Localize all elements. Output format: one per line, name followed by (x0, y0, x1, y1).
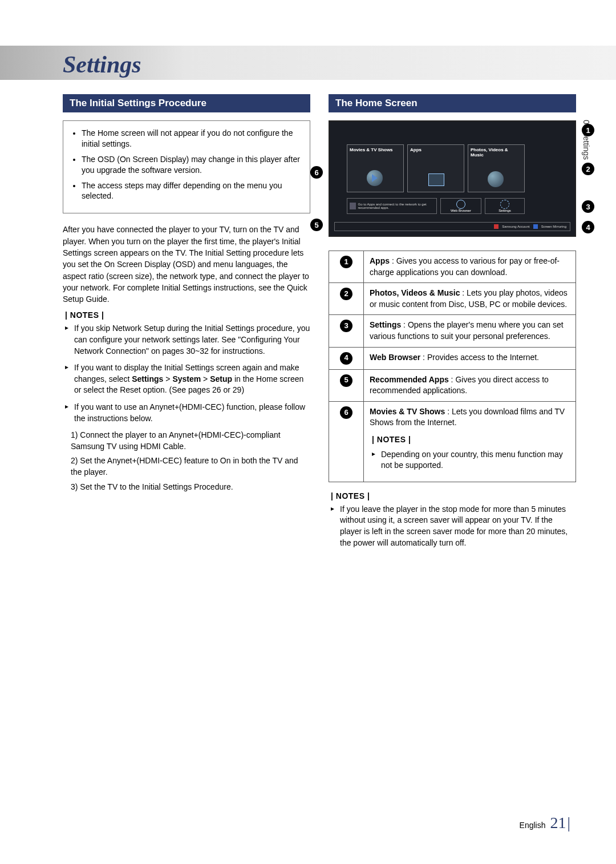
page-footer: English 21| (520, 814, 570, 832)
legend-desc: Recommended Apps : Gives you direct acce… (364, 369, 576, 401)
play-icon (367, 170, 383, 186)
home-bottom-bar: Samsung Account Screen Mirroring (334, 222, 570, 231)
legend-desc: Settings : Opens the player's menu where… (364, 315, 576, 347)
legend-desc: Photos, Videos & Music : Lets you play p… (364, 283, 576, 315)
note-item: If you want to display the Initial Setti… (74, 362, 310, 396)
body-paragraph: After you have connected the player to y… (63, 224, 310, 305)
red-btn-icon (494, 224, 499, 229)
legend-num: 6 (340, 406, 352, 419)
callout-2: 2 (582, 163, 594, 175)
letter-icon (350, 203, 356, 209)
gear-icon (500, 200, 509, 209)
apps-icon (428, 173, 444, 186)
legend-row: 6 Movies & TV Shows : Lets you download … (329, 401, 576, 482)
sub-step: 2) Set the Anynet+(HDMI-CEC) feature to … (71, 455, 310, 478)
section-home-screen: The Home Screen (329, 94, 576, 112)
tile-photos-videos-music: Photos, Videos & Music (468, 144, 525, 192)
note-item: If you skip Network Setup during the Ini… (74, 323, 310, 357)
legend-notes-header: | NOTES | (372, 434, 570, 446)
tile-web-browser: Web Browser (440, 198, 481, 214)
legend-row: 2 Photos, Videos & Music : Lets you play… (329, 283, 576, 315)
callout-3: 3 (582, 200, 594, 213)
bottom-note: If you leave the player in the stop mode… (340, 504, 576, 548)
legend-row: 5 Recommended Apps : Gives you direct ac… (329, 369, 576, 401)
sub-step: 1) Connect the player to an Anynet+(HDMI… (71, 430, 310, 452)
callout-4: 4 (582, 221, 594, 233)
globe-icon (456, 200, 465, 209)
footer-lang: English (520, 821, 546, 830)
notes-header: | NOTES | (65, 310, 310, 320)
disc-icon (488, 171, 504, 187)
legend-desc: Web Browser : Provides access to the Int… (364, 347, 576, 369)
blue-btn-icon (533, 224, 538, 229)
legend-num: 5 (340, 374, 352, 387)
tile-apps: Apps (407, 144, 464, 192)
legend-num: 4 (340, 352, 352, 365)
tile-recommended-apps: Go to Apps and connect to the network to… (347, 198, 437, 214)
note-item: If you want to use an Anynet+(HDMI-CEC) … (74, 402, 310, 424)
page-title: Settings (63, 49, 576, 78)
box-bullet: The OSD (On Screen Display) may change i… (82, 154, 302, 176)
box-bullet: The Home screen will not appear if you d… (82, 128, 302, 150)
right-column: The Home Screen Movies & TV Shows Apps P… (329, 94, 576, 554)
tile-movies-tv: Movies & TV Shows (347, 144, 404, 192)
info-box: The Home screen will not appear if you d… (63, 120, 310, 213)
legend-desc: Movies & TV Shows : Lets you download fi… (364, 401, 576, 482)
legend-row: 4 Web Browser : Provides access to the I… (329, 347, 576, 369)
box-bullet: The access steps may differ depending on… (82, 180, 302, 202)
legend-row: 1 Apps : Gives you access to various for… (329, 251, 576, 283)
callout-6: 6 (310, 166, 323, 179)
legend-table: 1 Apps : Gives you access to various for… (329, 251, 576, 482)
legend-num: 2 (340, 288, 352, 300)
left-column: The Initial Settings Procedure The Home … (63, 94, 310, 554)
callout-5: 5 (310, 219, 323, 231)
legend-row: 3 Settings : Opens the player's menu whe… (329, 315, 576, 347)
home-screen-illustration: Movies & TV Shows Apps Photos, Videos & … (329, 120, 576, 237)
legend-num: 1 (340, 256, 352, 268)
legend-num: 3 (340, 320, 352, 332)
legend-note: Depending on your country, this menu fun… (381, 449, 570, 471)
callout-1: 1 (582, 124, 594, 136)
notes-header: | NOTES | (331, 491, 576, 500)
footer-page-num: 21 (550, 814, 566, 831)
section-initial-settings: The Initial Settings Procedure (63, 94, 310, 112)
sub-step: 3) Set the TV to the Initial Settings Pr… (71, 482, 310, 493)
tile-settings: Settings (485, 198, 525, 214)
legend-desc: Apps : Gives you access to various for p… (364, 251, 576, 283)
